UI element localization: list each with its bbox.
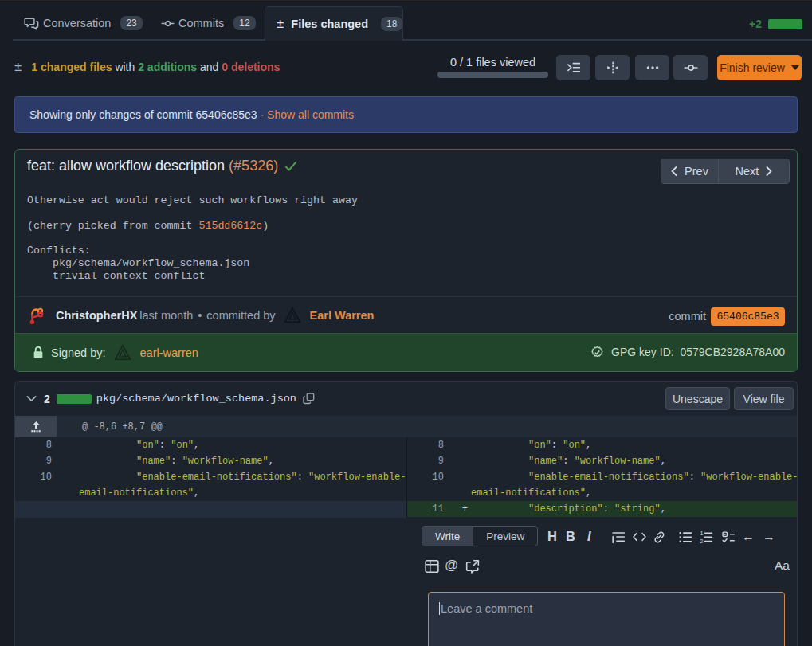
- svg-text:1: 1: [700, 531, 703, 537]
- svg-text:2: 2: [700, 538, 703, 543]
